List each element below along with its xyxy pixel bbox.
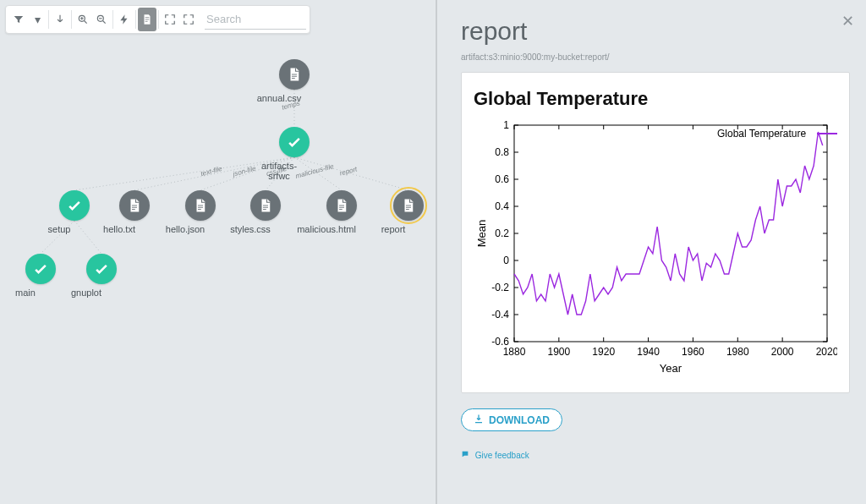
node-main[interactable] <box>25 254 56 284</box>
speech-bubble-icon <box>461 451 472 460</box>
graph-area[interactable]: tempstext-filejson-filecss-filemalicious… <box>0 0 433 504</box>
svg-text:2020: 2020 <box>816 346 837 358</box>
node-report[interactable] <box>393 190 424 221</box>
chart-box: Global Temperature -0.6-0.4-0.200.20.40.… <box>461 72 850 393</box>
svg-text:0: 0 <box>503 255 509 266</box>
chart-svg: -0.6-0.4-0.200.20.40.60.8118801900192019… <box>474 117 837 379</box>
close-icon[interactable]: ✕ <box>841 12 854 30</box>
node-malicious[interactable] <box>326 190 357 221</box>
svg-text:1: 1 <box>503 119 509 131</box>
edge-label: report <box>338 165 358 177</box>
chart-title: Global Temperature <box>474 88 837 110</box>
node-styles[interactable] <box>250 190 281 221</box>
detail-title: report <box>461 17 847 46</box>
node-label: artifacts-srfwc <box>261 161 297 181</box>
svg-text:0.2: 0.2 <box>495 227 509 239</box>
graph-panel: ▾ tempstext-filejson-filecss-filemalicio… <box>0 0 433 504</box>
node-artifacts[interactable] <box>279 127 310 157</box>
svg-text:1900: 1900 <box>548 346 571 358</box>
detail-panel: ✕ report artifact:s3:minio:9000:my-bucke… <box>436 0 866 504</box>
edge-label: json-file <box>232 164 256 178</box>
edge-label: malicious-file <box>295 162 335 180</box>
node-gnuplot[interactable] <box>86 254 117 284</box>
download-icon <box>474 414 484 426</box>
node-label: setup <box>48 224 71 234</box>
node-label: malicious.html <box>297 224 356 234</box>
feedback-link[interactable]: Give feedback <box>461 450 847 460</box>
svg-text:0.8: 0.8 <box>495 146 509 158</box>
edge-label: text-file <box>200 164 222 177</box>
node-hello_json[interactable] <box>185 190 216 221</box>
svg-text:1980: 1980 <box>726 346 749 358</box>
node-setup[interactable] <box>59 190 90 221</box>
node-label: report <box>381 224 406 234</box>
node-label: gnuplot <box>71 288 101 298</box>
svg-text:2000: 2000 <box>771 346 794 358</box>
svg-text:1920: 1920 <box>592 346 615 358</box>
svg-text:-0.2: -0.2 <box>491 282 509 293</box>
node-label: styles.css <box>230 224 271 234</box>
svg-text:-0.4: -0.4 <box>491 309 509 320</box>
svg-text:0.4: 0.4 <box>495 200 509 212</box>
svg-text:1960: 1960 <box>682 346 704 358</box>
svg-text:Mean: Mean <box>475 220 488 248</box>
node-label: main <box>15 288 36 298</box>
detail-subpath: artifact:s3:minio:9000:my-bucket:report/ <box>461 52 847 62</box>
svg-rect-16 <box>514 125 827 342</box>
svg-text:1940: 1940 <box>637 346 660 358</box>
svg-text:0.6: 0.6 <box>495 173 509 185</box>
node-label: annual.csv <box>257 93 302 103</box>
svg-text:Global Temperature: Global Temperature <box>717 128 806 140</box>
node-annual[interactable] <box>279 59 310 90</box>
svg-text:1880: 1880 <box>503 346 526 358</box>
node-hello_txt[interactable] <box>119 190 150 221</box>
download-label: DOWNLOAD <box>489 414 550 426</box>
download-button[interactable]: DOWNLOAD <box>461 408 562 431</box>
feedback-label: Give feedback <box>475 451 529 460</box>
svg-text:Year: Year <box>660 362 682 375</box>
node-label: hello.json <box>166 224 205 234</box>
node-label: hello.txt <box>103 224 135 234</box>
